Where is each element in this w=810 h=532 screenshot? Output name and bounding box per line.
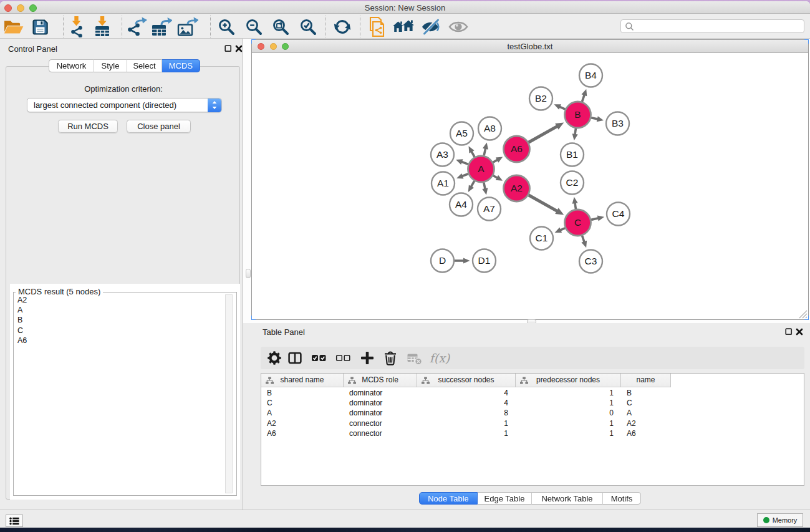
mcds-result-item[interactable]: A6: [15, 336, 226, 346]
close-table-panel-icon[interactable]: [796, 328, 803, 336]
save-session-button[interactable]: [29, 16, 51, 37]
tab-style[interactable]: Style: [94, 59, 127, 72]
search-input[interactable]: [634, 21, 804, 32]
zoom-selected-icon: [299, 17, 317, 36]
edge-A-A3[interactable]: [461, 162, 468, 164]
edge-B-B1[interactable]: [575, 128, 576, 135]
export-table-button[interactable]: [150, 16, 173, 37]
cell-shared-name: A: [261, 408, 344, 418]
search-field[interactable]: [620, 19, 804, 33]
edge-A-A4[interactable]: [471, 181, 474, 186]
tab-network-table[interactable]: Network Table: [532, 492, 603, 505]
zoom-out-button[interactable]: [243, 16, 265, 37]
import-network-button[interactable]: [65, 16, 88, 37]
column-header-MCDS-role[interactable]: MCDS role: [344, 374, 417, 387]
show-columns-button[interactable]: [284, 347, 306, 369]
mcds-tab-content: Optimization criterion: largest connecte…: [6, 66, 240, 500]
mcds-result-item[interactable]: A2: [15, 295, 226, 305]
tab-network[interactable]: Network: [49, 59, 94, 72]
edge-A-A7[interactable]: [484, 183, 485, 190]
edge-C-C2[interactable]: [575, 203, 576, 209]
node-label-B: B: [574, 109, 581, 120]
dropdown-stepper-icon: [208, 99, 221, 112]
edge-B-B4[interactable]: [582, 95, 584, 102]
open-session-button[interactable]: [2, 16, 25, 37]
table-row-A[interactable]: Adominator80A: [261, 408, 671, 418]
tab-node-table[interactable]: Node Table: [419, 492, 478, 505]
tab-select[interactable]: Select: [127, 59, 162, 72]
table-row-A2[interactable]: A2connector11A2: [261, 418, 671, 428]
panel-control-button[interactable]: [6, 515, 23, 527]
edge-A-A2[interactable]: [493, 176, 498, 178]
edge-C-C3[interactable]: [582, 236, 585, 242]
zoom-in-button[interactable]: [215, 16, 238, 37]
mcds-result-item[interactable]: B: [15, 315, 226, 325]
export-image-icon: [177, 17, 198, 37]
mcds-result-item[interactable]: C: [15, 326, 226, 336]
delete-table-button: [403, 347, 425, 369]
select-all-columns-button[interactable]: [307, 347, 330, 369]
edge-A-A6[interactable]: [493, 160, 498, 162]
edge-arrowhead: [456, 159, 463, 165]
import-table-button[interactable]: [91, 16, 113, 37]
float-panel-icon[interactable]: [224, 45, 232, 52]
zoom-selected-button[interactable]: [297, 16, 319, 37]
edge-A2-C[interactable]: [529, 195, 557, 211]
table-options-gear-button[interactable]: [263, 347, 286, 369]
column-header-name[interactable]: name: [621, 374, 671, 387]
table-row-A6[interactable]: A6connector11A6: [261, 428, 671, 438]
vertical-split-grip[interactable]: [246, 269, 251, 278]
close-panel-button[interactable]: Close panel: [127, 120, 191, 133]
refresh-view-button[interactable]: [331, 16, 354, 37]
delete-columns-button[interactable]: [379, 347, 402, 369]
network-canvas[interactable]: AA6A2BCA1A3A4A5A7A8B1B2B3B4C1C2C3C4DD1: [252, 54, 808, 319]
edge-arrowhead: [483, 142, 488, 149]
edge-B-B3[interactable]: [591, 118, 598, 119]
tab-mcds[interactable]: MCDS: [162, 59, 200, 72]
table-row-B[interactable]: Bdominator41B: [261, 388, 671, 398]
tab-motifs[interactable]: Motifs: [603, 492, 641, 505]
first-neighbors-button[interactable]: [392, 16, 415, 37]
node-label-B4: B4: [585, 70, 597, 80]
criterion-dropdown[interactable]: largest connected component (directed): [27, 98, 222, 112]
cell-successor-nodes: 1: [417, 418, 516, 428]
cell-MCDS-role: dominator: [344, 388, 417, 398]
window-resize-grip[interactable]: [799, 310, 808, 319]
panels-list-icon: [9, 517, 19, 525]
close-panel-icon[interactable]: [235, 45, 243, 52]
column-header-predecessor-nodes[interactable]: predecessor nodes: [516, 374, 621, 387]
criterion-dropdown-value: largest connected component (directed): [34, 99, 176, 112]
edge-C-C1[interactable]: [560, 228, 565, 230]
cell-name: B: [621, 388, 671, 398]
toolbar-separator: [210, 16, 211, 37]
new-network-from-selection-button[interactable]: [365, 16, 388, 37]
hide-selected-button[interactable]: [420, 16, 442, 37]
edge-A-A5[interactable]: [471, 152, 475, 157]
tab-edge-table[interactable]: Edge Table: [478, 492, 532, 505]
edge-A6-B[interactable]: [529, 126, 557, 142]
run-mcds-button[interactable]: Run MCDS: [58, 120, 118, 133]
create-column-button[interactable]: [356, 347, 378, 369]
deselect-all-columns-button[interactable]: [332, 347, 354, 369]
edge-C-C4[interactable]: [591, 218, 599, 220]
column-header-successor-nodes[interactable]: successor nodes: [417, 374, 516, 387]
edge-A-A1[interactable]: [462, 174, 468, 177]
memory-button[interactable]: Memory: [757, 513, 803, 527]
first-neighbors-icon: [392, 18, 415, 36]
zoom-fit-button[interactable]: [269, 16, 292, 37]
mcds-result-list[interactable]: A2ABCA6: [15, 295, 226, 493]
zoom-fit-icon: [271, 17, 290, 36]
table-row-C[interactable]: Cdominator41C: [261, 398, 671, 408]
cell-successor-nodes: 1: [417, 428, 516, 438]
result-list-scrollbar[interactable]: [225, 294, 233, 493]
control-panel-title: Control Panel: [8, 44, 57, 54]
edge-A-A8[interactable]: [484, 148, 486, 156]
float-table-panel-icon[interactable]: [785, 328, 793, 336]
edge-B-B2[interactable]: [559, 107, 565, 109]
export-network-button[interactable]: [125, 16, 148, 37]
mcds-result-item[interactable]: A: [15, 305, 226, 315]
show-hidden-button[interactable]: [447, 16, 470, 37]
export-image-button[interactable]: [176, 16, 199, 37]
cell-predecessor-nodes: 0: [516, 408, 621, 418]
column-header-shared-name[interactable]: shared name: [261, 374, 344, 387]
